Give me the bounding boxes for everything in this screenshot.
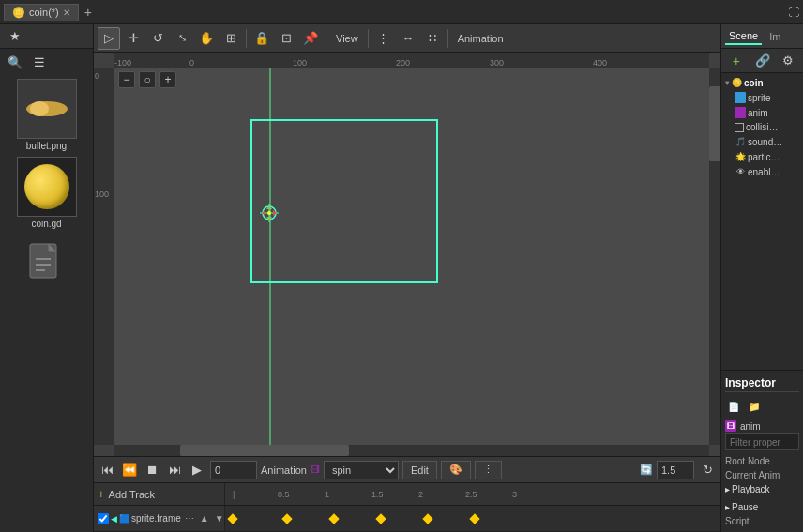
anim-duration-input[interactable] — [657, 461, 694, 479]
scene-gear-button[interactable]: ⚙ — [777, 50, 799, 72]
asset-coin-thumb — [17, 157, 77, 217]
zoom-reset-button[interactable]: ○ — [139, 71, 156, 88]
inspector-filter-input[interactable] — [725, 433, 799, 450]
tab-maximize-button[interactable]: ⛶ — [788, 6, 799, 19]
pin-button[interactable]: 📌 — [299, 27, 322, 50]
scene-node-sprite[interactable]: sprite — [721, 90, 803, 105]
move-tool-button[interactable]: ✛ — [122, 27, 144, 50]
tab-im[interactable]: Im — [765, 29, 784, 44]
inspector-title: Inspector — [725, 374, 799, 392]
snap3-button[interactable]: ∷ — [421, 27, 444, 50]
pan-tool-button[interactable]: ✋ — [195, 27, 218, 50]
inspector-file-button[interactable]: 📄 — [725, 398, 742, 415]
anim-tracks: + Add Track | 0.5 1 1.5 2 2.5 3 — [94, 483, 720, 532]
track-up-button[interactable]: ▲ — [198, 512, 211, 525]
track-more-button[interactable]: ⋯ — [183, 512, 196, 525]
track-enable-checkbox[interactable] — [98, 513, 109, 524]
scene-tree: ▾ 🪙 coin sprite anim collisi… 🎵 sound… — [721, 73, 803, 370]
scale-tool-button[interactable]: ⤡ — [171, 27, 193, 50]
inspector-playback-section[interactable]: ▸ Playback — [725, 482, 799, 496]
rotate-tool-button[interactable]: ↺ — [146, 27, 169, 50]
asset-bullet-png[interactable]: bullet.png — [4, 79, 89, 151]
inspector-pause-section[interactable]: ▸ Pause — [725, 500, 799, 514]
asset-coin-gd[interactable]: coin.gd — [4, 157, 89, 229]
snap2-button[interactable]: ↔ — [397, 27, 419, 50]
scrollbar-h-thumb[interactable] — [180, 445, 349, 456]
bookmark-button[interactable]: ★ — [4, 25, 26, 48]
tab-close-icon[interactable]: ✕ — [63, 8, 70, 18]
anim-play-button[interactable]: ▶ — [188, 461, 206, 479]
scene-node-particles[interactable]: 🌟 partic… — [721, 149, 803, 164]
keyframe-0[interactable] — [227, 513, 237, 524]
track-down-button[interactable]: ▼ — [213, 512, 226, 525]
asset-file[interactable] — [4, 235, 89, 295]
rulers-tool-button[interactable]: ⊞ — [220, 27, 242, 50]
group-button[interactable]: ⊡ — [275, 27, 297, 50]
scene-node-enable[interactable]: 👁 enabl… — [721, 164, 803, 179]
inspector-root-node-label: Root Node — [725, 456, 770, 466]
scene-add-button[interactable]: + — [725, 50, 748, 72]
anim-stop-button[interactable]: ⏹ — [143, 461, 161, 479]
anim-step-fwd-button[interactable]: ⏭ — [165, 461, 184, 479]
keyframe-2[interactable] — [328, 513, 339, 524]
canvas-area[interactable]: -100 0 100 200 300 400 0 100 — [94, 53, 720, 456]
node-label-collision: collisi… — [746, 122, 778, 132]
tab-add-button[interactable]: + — [81, 5, 96, 20]
tab-coin[interactable]: 🪙 coin(*) ✕ — [4, 4, 79, 21]
tab-scene[interactable]: Scene — [725, 28, 762, 45]
track-timeline-area[interactable] — [225, 506, 720, 531]
node-icon-particles: 🌟 — [735, 151, 746, 162]
anim-name-select[interactable]: spin — [324, 461, 399, 479]
anim-loop-icon: 🔄 — [640, 464, 653, 476]
keyframe-4[interactable] — [422, 513, 432, 524]
view-label[interactable]: View — [330, 33, 364, 44]
anim-palette-button[interactable]: 🎨 — [441, 461, 471, 479]
track-node-icon: 🟦 — [119, 514, 129, 524]
asset-list: bullet.png coin.gd — [0, 75, 93, 532]
select-tool-button[interactable]: ▷ — [98, 27, 120, 50]
track-left-arrow[interactable]: ◀ — [111, 514, 117, 524]
inspector-playback-label: Playback — [732, 484, 770, 494]
scene-node-coin[interactable]: ▾ 🪙 coin — [721, 75, 803, 90]
ruler-h-mark-300: 300 — [490, 58, 504, 68]
anim-transport-toolbar: ⏮ ⏪ ⏹ ⏭ ▶ Animation 🎞 spin Edit 🎨 ⋮ 🔄 ↻ — [94, 457, 720, 483]
anim-name-prefix-icon: 🎞 — [311, 464, 320, 475]
anim-step-back-button[interactable]: ⏮ — [98, 461, 116, 479]
search-button[interactable]: 🔍 — [4, 51, 26, 73]
anim-time-input[interactable] — [210, 461, 257, 479]
anim-refresh-button[interactable]: ↻ — [698, 461, 717, 479]
scene-node-collision[interactable]: collisi… — [721, 120, 803, 134]
scene-link-button[interactable]: 🔗 — [751, 50, 774, 72]
inspector-anim-node-row: 🎞 anim — [725, 418, 799, 433]
anim-more-button[interactable]: ⋮ — [475, 461, 502, 479]
inspector-pause-label: Pause — [732, 502, 758, 512]
node-label-enable: enabl… — [748, 167, 780, 177]
scrollbar-v-thumb[interactable] — [709, 86, 720, 161]
inspector-anim-icon: 🎞 — [725, 420, 736, 432]
keyframe-5[interactable] — [469, 513, 479, 524]
canvas-object-rect[interactable] — [250, 119, 438, 283]
keyframe-1[interactable] — [281, 513, 292, 524]
add-track-plus-button[interactable]: + — [98, 487, 105, 501]
anim-rewind-button[interactable]: ⏪ — [120, 461, 139, 479]
canvas-object-handle[interactable] — [260, 204, 279, 222]
anim-edit-button[interactable]: Edit — [402, 461, 437, 479]
node-label-anim: anim — [748, 108, 768, 118]
scene-node-sound[interactable]: 🎵 sound… — [721, 134, 803, 149]
scene-node-anim[interactable]: anim — [721, 105, 803, 120]
toolbar-sep-3 — [368, 29, 369, 48]
scene-panel-tabs: Scene Im — [721, 24, 803, 49]
zoom-in-button[interactable]: + — [159, 71, 176, 88]
canvas-scrollbar-horizontal[interactable] — [114, 445, 709, 456]
animation-label[interactable]: Animation — [452, 33, 509, 44]
canvas-scene — [114, 68, 709, 445]
zoom-out-button[interactable]: − — [118, 71, 135, 88]
inspector-folder-button[interactable]: 📁 — [746, 398, 763, 415]
canvas-scrollbar-vertical[interactable] — [709, 68, 720, 445]
add-track-label[interactable]: Add Track — [109, 489, 156, 500]
keyframe-3[interactable] — [375, 513, 386, 524]
list-view-button[interactable]: ☰ — [28, 51, 51, 73]
track-label-area: ◀ 🟦 sprite.frame ⋯ ▲ ▼ ↻ 🗑 — [94, 506, 225, 531]
snap1-button[interactable]: ⋮ — [372, 27, 395, 50]
lock-button[interactable]: 🔒 — [250, 27, 273, 50]
